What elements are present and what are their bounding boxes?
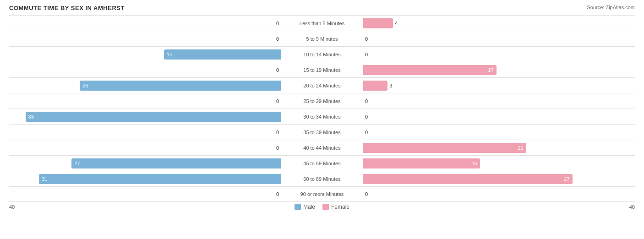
axis-left-label: 40	[9, 204, 15, 210]
bar-row: 025 to 29 Minutes0	[9, 93, 635, 109]
female-value: 27	[564, 176, 569, 182]
female-value: 3	[389, 83, 392, 88]
chart-container: COMMUTE TIME BY SEX IN AMHERST Source: Z…	[9, 5, 635, 210]
male-bar: 31	[39, 174, 281, 184]
male-zero-value: 0	[276, 98, 279, 104]
female-zero-value: 0	[365, 98, 368, 104]
bar-label: 45 to 59 Minutes	[290, 160, 354, 167]
bar-label: 90 or more Minutes	[290, 190, 354, 198]
bar-row: 035 to 39 Minutes0	[9, 124, 635, 140]
male-value: 33	[28, 114, 34, 120]
female-zero-value: 0	[365, 114, 368, 120]
axis-right-label: 40	[629, 204, 635, 210]
female-zero-value: 0	[365, 52, 368, 57]
male-zero-value: 0	[276, 67, 279, 73]
bar-label: 5 to 9 Minutes	[290, 35, 354, 43]
bar-row: 3160 to 89 Minutes27	[9, 171, 635, 186]
female-zero-value: 0	[365, 36, 368, 42]
bar-label: 35 to 39 Minutes	[290, 129, 354, 136]
male-value: 31	[42, 176, 47, 182]
female-zero-value: 0	[365, 191, 368, 197]
legend-female-label: Female	[331, 204, 349, 210]
bar-row: 040 to 44 Minutes21	[9, 140, 635, 155]
male-value: 26	[82, 83, 88, 88]
male-value: 27	[74, 161, 80, 166]
legend: Male Female	[295, 204, 349, 210]
bar-label: 60 to 89 Minutes	[290, 175, 354, 183]
bottom-row: 40 Male Female 40	[9, 204, 635, 210]
male-zero-value: 0	[276, 130, 279, 135]
bar-label: 30 to 34 Minutes	[290, 113, 354, 120]
female-bar: 3	[363, 81, 387, 91]
bar-label: 15 to 19 Minutes	[290, 66, 354, 74]
female-bar: 17	[363, 65, 497, 75]
header: COMMUTE TIME BY SEX IN AMHERST Source: Z…	[9, 5, 635, 11]
legend-male: Male	[295, 204, 315, 210]
bar-row: 2620 to 24 Minutes3	[9, 77, 635, 93]
female-value: 21	[518, 145, 524, 151]
bar-row: 1510 to 14 Minutes0	[9, 46, 635, 62]
female-value: 15	[472, 161, 477, 166]
male-zero-value: 0	[276, 191, 279, 197]
male-bar: 27	[71, 158, 281, 168]
bar-label: 10 to 14 Minutes	[290, 51, 354, 58]
bar-row: 015 to 19 Minutes17	[9, 62, 635, 77]
male-zero-value: 0	[276, 21, 279, 26]
bar-label: 40 to 44 Minutes	[290, 144, 354, 152]
female-bar: 27	[363, 174, 573, 184]
male-value: 15	[167, 52, 172, 57]
male-bar: 15	[164, 49, 281, 60]
bar-row: 090 or more Minutes0	[9, 186, 635, 202]
bar-row: 3330 to 34 Minutes0	[9, 109, 635, 124]
female-bar: 21	[363, 143, 526, 153]
female-zero-value: 0	[365, 130, 368, 135]
bar-row: 05 to 9 Minutes0	[9, 31, 635, 46]
source-label: Source: ZipAtlas.com	[587, 5, 635, 10]
chart-title: COMMUTE TIME BY SEX IN AMHERST	[9, 5, 125, 11]
female-value: 17	[488, 67, 493, 73]
male-zero-value: 0	[276, 36, 279, 42]
male-zero-value: 0	[276, 145, 279, 151]
legend-male-label: Male	[303, 204, 315, 210]
female-value: 4	[395, 21, 398, 26]
male-swatch	[295, 204, 301, 210]
legend-female: Female	[322, 204, 349, 210]
bar-row: 2745 to 59 Minutes15	[9, 155, 635, 171]
bar-label: Less than 5 Minutes	[290, 20, 354, 27]
male-bar: 33	[26, 112, 281, 122]
bar-label: 25 to 29 Minutes	[290, 98, 354, 105]
female-bar: 15	[363, 158, 480, 168]
female-bar: 4	[363, 18, 393, 28]
chart-area: 0Less than 5 Minutes405 to 9 Minutes0151…	[9, 15, 635, 202]
male-bar: 26	[80, 81, 281, 91]
female-swatch	[322, 204, 329, 210]
bar-label: 20 to 24 Minutes	[290, 82, 354, 89]
bar-row: 0Less than 5 Minutes4	[9, 15, 635, 31]
